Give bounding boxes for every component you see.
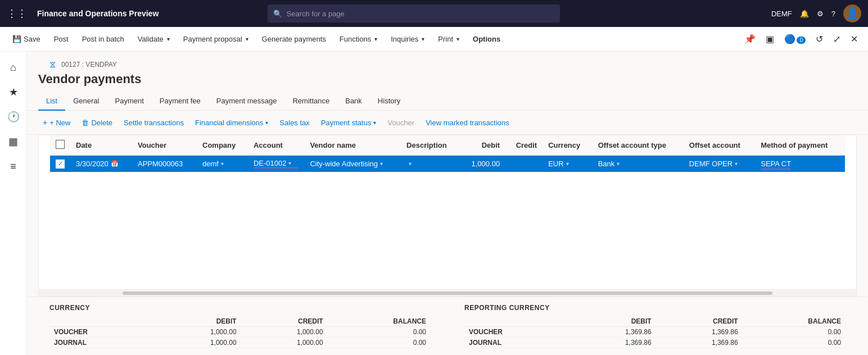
- user-label: DEMF: [771, 10, 792, 18]
- sales-tax-button[interactable]: Sales tax: [275, 116, 314, 130]
- tab-remittance[interactable]: Remittance: [284, 92, 337, 111]
- cell-debit: 1,000.00: [460, 156, 505, 172]
- offset-type-chevron[interactable]: ▾: [617, 161, 620, 167]
- pin-icon[interactable]: 📌: [741, 31, 759, 47]
- cell-method-of-payment: SEPA CT: [755, 156, 845, 172]
- save-icon: 💾: [12, 35, 21, 43]
- cell-vendor-name[interactable]: City-wide Advertising ▾: [304, 156, 401, 172]
- select-all-checkbox[interactable]: [56, 140, 65, 149]
- table-area[interactable]: Date Voucher Company Account Vendor name…: [39, 135, 856, 289]
- payment-proposal-button[interactable]: Payment proposal ▾: [178, 31, 254, 47]
- payment-status-button[interactable]: Payment status ▾: [317, 116, 381, 130]
- currency-chevron[interactable]: ▾: [566, 161, 569, 167]
- cell-company[interactable]: demf ▾: [197, 156, 248, 172]
- search-input[interactable]: [287, 10, 554, 18]
- panels-icon[interactable]: ▣: [762, 31, 777, 47]
- tab-list[interactable]: List: [38, 92, 65, 111]
- financial-dimensions-button[interactable]: Financial dimensions ▾: [191, 116, 273, 130]
- sidebar-favorites-icon[interactable]: ★: [2, 81, 25, 103]
- currency-voucher-row: VOUCHER 1,000.00 1,000.00 0.00: [49, 327, 431, 338]
- post-in-batch-button[interactable]: Post in batch: [76, 31, 130, 47]
- reporting-voucher-label: VOUCHER: [464, 327, 569, 338]
- print-button[interactable]: Print ▾: [432, 31, 465, 47]
- col-method-of-payment: Method of payment: [755, 135, 845, 156]
- row-checkbox[interactable]: ✓: [56, 160, 65, 169]
- reporting-journal-balance: 0.00: [743, 338, 846, 348]
- tab-general[interactable]: General: [65, 92, 107, 111]
- settle-transactions-button[interactable]: Settle transactions: [119, 116, 188, 130]
- notification-icon[interactable]: 🔔: [800, 10, 809, 18]
- payment-proposal-chevron: ▾: [246, 36, 248, 42]
- tab-payment-message[interactable]: Payment message: [209, 92, 285, 111]
- page-title: Vendor payments: [38, 72, 857, 87]
- reporting-credit-header: CREDIT: [656, 316, 743, 327]
- functions-button[interactable]: Functions ▾: [334, 31, 383, 47]
- reporting-currency-table: DEBIT CREDIT BALANCE VOUCHER 1,369.86 1,…: [464, 316, 846, 348]
- description-chevron[interactable]: ▾: [409, 161, 412, 167]
- cell-date[interactable]: 3/30/2020 📅: [70, 156, 132, 172]
- generate-payments-button[interactable]: Generate payments: [256, 31, 332, 47]
- functions-chevron: ▾: [374, 36, 377, 42]
- currency-table: DEBIT CREDIT BALANCE VOUCHER 1,000.00 1,…: [49, 316, 431, 348]
- sidebar-recent-icon[interactable]: 🕐: [2, 106, 25, 128]
- payments-table: Date Voucher Company Account Vendor name…: [50, 135, 845, 172]
- tab-payment-fee[interactable]: Payment fee: [152, 92, 209, 111]
- currency-journal-balance: 0.00: [328, 338, 431, 348]
- refresh-icon[interactable]: ↺: [812, 31, 826, 47]
- cell-description[interactable]: ▾: [401, 156, 460, 172]
- table-row[interactable]: ✓ 3/30/2020 📅 APPM000063: [50, 156, 845, 172]
- inquiries-button[interactable]: Inquiries ▾: [385, 31, 430, 47]
- offset-account-chevron[interactable]: ▾: [735, 161, 738, 167]
- voucher-button: Voucher: [383, 116, 419, 130]
- col-currency: Currency: [542, 135, 592, 156]
- cmd-right-icons: 📌 ▣ 🔵0 ↺ ⤢ ✕: [741, 31, 861, 47]
- reporting-balance-header: BALANCE: [743, 316, 846, 327]
- currency-summary: CURRENCY DEBIT CREDIT BALANCE VOUCHER: [49, 304, 431, 348]
- cell-currency[interactable]: EUR ▾: [542, 156, 592, 172]
- save-button[interactable]: 💾 Save: [7, 31, 46, 47]
- reporting-journal-row: JOURNAL 1,369.86 1,369.86 0.00: [464, 338, 846, 348]
- view-marked-transactions-button[interactable]: View marked transactions: [421, 116, 514, 130]
- col-offset-account-type: Offset account type: [593, 135, 684, 156]
- command-bar: 💾 Save Post Post in batch Validate ▾ Pay…: [0, 27, 868, 52]
- post-button[interactable]: Post: [48, 31, 74, 47]
- close-icon[interactable]: ✕: [847, 31, 861, 47]
- inquiries-chevron: ▾: [422, 36, 424, 42]
- app-title: Finance and Operations Preview: [37, 9, 159, 18]
- col-date: Date: [70, 135, 132, 156]
- sidebar-home-icon[interactable]: ⌂: [2, 56, 25, 79]
- validate-button[interactable]: Validate ▾: [132, 31, 175, 47]
- cell-offset-account[interactable]: DEMF OPER ▾: [684, 156, 755, 172]
- badge-icon[interactable]: 🔵0: [781, 31, 809, 47]
- tab-history[interactable]: History: [370, 92, 408, 111]
- waffle-icon[interactable]: ⋮⋮: [7, 7, 27, 20]
- vendor-name-chevron[interactable]: ▾: [380, 161, 383, 167]
- sidebar-modules-icon[interactable]: ≡: [2, 155, 25, 178]
- filter-row: ⧖ 00127 : VENDPAY: [38, 57, 857, 72]
- tab-bank[interactable]: Bank: [337, 92, 370, 111]
- tab-payment[interactable]: Payment: [107, 92, 151, 111]
- avatar[interactable]: 👤: [843, 4, 861, 22]
- help-icon[interactable]: ?: [831, 10, 835, 18]
- cell-offset-account-type[interactable]: Bank ▾: [593, 156, 684, 172]
- sidebar-workspaces-icon[interactable]: ▦: [2, 130, 25, 153]
- search-bar[interactable]: 🔍: [268, 4, 560, 22]
- reporting-debit-header: DEBIT: [569, 316, 656, 327]
- col-account: Account: [248, 135, 304, 156]
- content-area: ⧖ 00127 : VENDPAY Vendor payments List G…: [27, 52, 868, 355]
- popout-icon[interactable]: ⤢: [830, 31, 844, 47]
- account-chevron[interactable]: ▾: [288, 160, 291, 166]
- new-button[interactable]: + + New: [38, 115, 75, 130]
- delete-button[interactable]: 🗑 Delete: [77, 116, 117, 130]
- new-icon: +: [43, 118, 47, 127]
- row-checkbox-cell[interactable]: ✓: [50, 156, 70, 172]
- col-check: [50, 135, 70, 156]
- date-picker-icon[interactable]: 📅: [111, 160, 119, 167]
- cell-account[interactable]: DE-01002 ▾: [248, 156, 304, 172]
- table-scrollbar[interactable]: [39, 289, 856, 296]
- company-chevron[interactable]: ▾: [221, 161, 224, 167]
- cell-voucher: APPM000063: [132, 156, 197, 172]
- filter-icon[interactable]: ⧖: [49, 60, 56, 70]
- settings-icon[interactable]: ⚙: [817, 10, 824, 18]
- options-button[interactable]: Options: [467, 31, 506, 47]
